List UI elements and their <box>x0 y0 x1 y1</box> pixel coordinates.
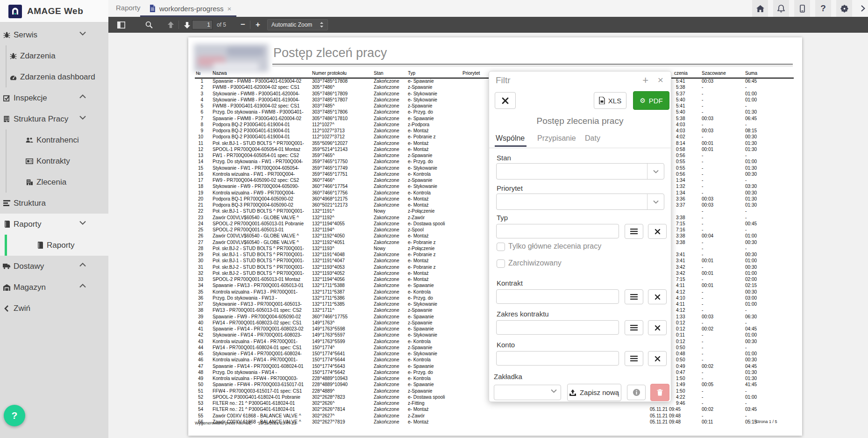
table-cell: Zakończone <box>374 153 399 158</box>
help-bubble-button[interactable]: ? <box>4 405 25 426</box>
kontrakt-input[interactable] <box>496 289 619 304</box>
kontrakt-list-button[interactable] <box>625 289 643 304</box>
toggle-sidebar-button[interactable] <box>113 17 129 33</box>
zakres-input[interactable] <box>496 320 619 335</box>
close-icon[interactable]: × <box>658 74 663 86</box>
tab-wspolne[interactable]: Wspólne <box>496 134 525 143</box>
sidebar-item-dostawy[interactable]: Dostawy <box>0 256 108 277</box>
table-cell: 0:55 <box>676 165 685 171</box>
table-cell: 54 <box>195 407 203 412</box>
help-button[interactable]: ? <box>815 0 831 17</box>
zoom-in-button[interactable]: + <box>252 17 264 33</box>
mobile-button[interactable] <box>794 0 810 17</box>
save-bookmark-button[interactable]: Zapisz nową <box>567 384 621 401</box>
search-button[interactable] <box>142 17 156 33</box>
table-cell: Zakończone <box>374 258 399 263</box>
tab-workorders-progress[interactable]: workorders-progress × <box>145 0 236 17</box>
sidebar-item-zdarzenia-dashboard[interactable]: Zdarzenia dashboard <box>0 66 108 87</box>
previous-page-button[interactable] <box>164 17 178 33</box>
table-cell: - <box>702 103 703 108</box>
zakres-list-button[interactable] <box>625 320 643 335</box>
table-cell: 9 <box>195 128 203 133</box>
table-cell: 4:11 <box>676 283 685 288</box>
table-cell: Zakończone <box>374 159 399 164</box>
table-cell: Zakończone <box>374 79 399 84</box>
sidebar-item-zlecenia[interactable]: Zlecenia <box>0 172 108 193</box>
clear-filter-button[interactable] <box>495 92 516 109</box>
table-cell: - <box>702 134 703 139</box>
table-cell: 00:30 <box>745 134 757 139</box>
table-cell: 305^7486^17809 <box>312 91 348 96</box>
typ-list-button[interactable] <box>625 224 643 239</box>
chevron-down-icon <box>647 164 664 179</box>
konto-clear-button[interactable] <box>648 351 667 366</box>
sidebar-item-zdarzenia[interactable]: Zdarzenia <box>0 45 108 66</box>
table-cell: - <box>702 252 703 257</box>
table-cell: e- Pobranie z <box>408 134 435 139</box>
home-button[interactable] <box>752 0 768 17</box>
table-cell: 3:41 <box>676 252 685 257</box>
sidebar-item-kontrahenci[interactable]: Kontrahenci <box>0 129 108 151</box>
main-workorders-checkbox[interactable] <box>497 243 505 251</box>
sidebar-item-struktura[interactable]: Struktura <box>0 193 108 214</box>
table-cell: 149^1763^5598 <box>312 326 345 331</box>
table-cell: 00:30 <box>745 252 757 257</box>
expand-panel-button[interactable] <box>858 0 868 17</box>
table-cell: z-Zawór <box>408 215 425 220</box>
typ-clear-button[interactable] <box>648 224 667 239</box>
add-filter-icon[interactable]: + <box>642 74 648 86</box>
table-cell: 132^1191^4047 <box>312 258 345 263</box>
kontrakt-clear-button[interactable] <box>648 289 667 304</box>
table-cell: - <box>745 308 747 313</box>
table-cell: - <box>745 246 747 251</box>
priorytet-select[interactable] <box>496 194 664 210</box>
sidebar-item-serwis[interactable]: Serwis <box>0 24 108 45</box>
bookmark-select[interactable] <box>494 385 561 400</box>
sidebar-item-kontrakty[interactable]: Kontrakty <box>0 151 108 172</box>
zoom-out-button[interactable]: − <box>237 17 249 33</box>
archived-checkbox[interactable] <box>497 259 505 268</box>
close-tab-icon[interactable]: × <box>228 5 232 13</box>
konto-list-button[interactable] <box>625 351 643 366</box>
table-cell: 29 <box>195 252 203 257</box>
table-cell: 4:03 <box>676 122 685 127</box>
settings-button[interactable] <box>836 0 852 17</box>
table-cell: 55 <box>195 413 203 418</box>
export-xls-button[interactable]: XLS <box>594 92 626 109</box>
page-number-input[interactable] <box>192 20 213 29</box>
zakres-clear-button[interactable] <box>648 320 667 335</box>
table-cell: Zakończone <box>374 332 399 337</box>
sidebar-item-struktura-pracy[interactable]: Struktura Pracy <box>0 108 108 129</box>
table-cell: Zakończone <box>374 240 399 245</box>
delete-bookmark-button[interactable] <box>650 384 669 401</box>
sidebar-item-zwin[interactable]: Zwiń <box>0 298 108 319</box>
notifications-button[interactable] <box>773 0 789 17</box>
table-row: 55Zawór C00XV 61868 - BALANCE VALVE ^302… <box>188 413 802 419</box>
zoom-level-select[interactable]: Automatic Zoom <box>267 19 328 30</box>
list-icon <box>630 229 638 234</box>
konto-input[interactable] <box>496 351 619 366</box>
table-cell: SPOOL-2 PR700Q001-605013-01 Montaż <box>213 277 300 282</box>
sidebar-item-raporty[interactable]: Raporty <box>0 214 108 235</box>
table-cell: Zakończone <box>374 91 399 96</box>
info-icon <box>633 388 640 396</box>
table-cell: 01:30 <box>745 202 757 208</box>
table-cell: - <box>702 277 703 282</box>
sidebar-item-raporty-sub[interactable]: Raporty <box>0 235 108 256</box>
truck-icon <box>3 263 10 270</box>
report-name: Postęp zlecenia pracy <box>489 116 671 126</box>
table-cell: FILTER no.: 21 ^ P300G401-618024-01 <box>213 401 295 406</box>
bookmark-info-button[interactable] <box>627 385 646 400</box>
tab-daty[interactable]: Daty <box>585 134 600 143</box>
sidebar-item-label: Serwis <box>14 30 37 40</box>
tab-raporty[interactable]: Raporty <box>116 4 141 12</box>
sidebar-item-inspekcje[interactable]: Inspekcje <box>0 87 108 108</box>
generate-pdf-button[interactable]: ⚙ PDF <box>633 91 669 110</box>
sidebar-item-magazyn[interactable]: Magazyn <box>0 277 108 298</box>
typ-input[interactable] <box>496 224 619 238</box>
table-cell: 00:03 <box>702 128 713 133</box>
table-cell: Stykowanie - FWM8 - P300G401-620004- <box>213 91 299 96</box>
stan-select[interactable] <box>496 163 664 180</box>
table-cell: 01:30 <box>745 109 757 115</box>
tab-przypisanie[interactable]: Przypisanie <box>537 134 576 143</box>
